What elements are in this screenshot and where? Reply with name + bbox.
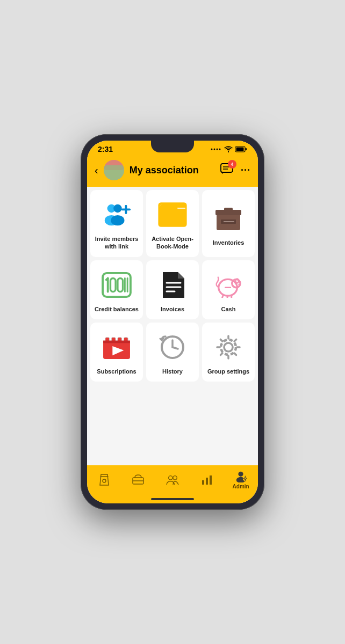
more-button[interactable]: ··· [241, 165, 250, 176]
grid-item-history[interactable]: History [146, 323, 199, 382]
stats-nav-icon [200, 473, 213, 486]
history-label: History [162, 368, 183, 375]
signal-icon [211, 147, 221, 152]
credit-balances-label: Credit balances [95, 305, 139, 313]
svg-point-38 [237, 282, 239, 283]
grid-item-inventories[interactable]: Inventories [202, 190, 255, 257]
inventory-icon [212, 202, 245, 235]
grid-item-credit[interactable]: Credit balances [90, 260, 143, 319]
nav-item-stats[interactable] [195, 473, 219, 486]
grid-item-subscriptions[interactable]: Subscriptions [90, 323, 143, 382]
notification-badge: 4 [228, 160, 236, 169]
svg-point-40 [240, 284, 241, 285]
svg-rect-22 [224, 208, 233, 212]
drink-nav-icon [98, 473, 111, 486]
group-settings-label: Group settings [207, 368, 249, 375]
home-bar [151, 498, 194, 500]
content-area: Invite members with link Activate Open-B… [87, 187, 258, 465]
svg-rect-65 [210, 475, 212, 485]
header: ‹ My association 4 [87, 156, 258, 187]
svg-point-61 [169, 475, 172, 479]
svg-point-15 [113, 204, 121, 213]
status-icons [211, 146, 247, 152]
svg-rect-9 [104, 165, 124, 180]
svg-point-3 [219, 149, 221, 150]
nav-item-admin[interactable]: Admin [229, 470, 253, 489]
subscriptions-label: Subscriptions [97, 368, 136, 375]
history-icon [156, 331, 189, 363]
members-nav-icon [166, 473, 179, 486]
nav-item-drinks[interactable] [92, 473, 116, 486]
credit-icon [100, 269, 133, 301]
svg-point-37 [235, 279, 239, 283]
grid-item-invite-members[interactable]: Invite members with link [90, 190, 143, 257]
admin-nav-icon [234, 470, 247, 482]
inventories-label: Inventories [213, 239, 245, 246]
svg-point-1 [214, 149, 215, 150]
svg-line-54 [172, 347, 178, 349]
admin-nav-label: Admin [233, 484, 249, 489]
svg-rect-64 [206, 478, 208, 485]
svg-point-58 [103, 479, 106, 482]
nav-item-food[interactable] [126, 473, 150, 486]
nav-item-members[interactable] [161, 473, 184, 486]
svg-point-39 [238, 284, 239, 285]
notification-button[interactable]: 4 [220, 163, 233, 177]
svg-point-62 [173, 475, 177, 479]
svg-rect-6 [236, 148, 244, 151]
svg-point-16 [111, 215, 124, 225]
invite-members-label: Invite members with link [95, 235, 139, 251]
grid-item-openbook[interactable]: Activate Open-Book-Mode [146, 190, 199, 257]
openbook-icon [156, 199, 189, 231]
svg-point-66 [239, 472, 243, 477]
back-button[interactable]: ‹ [95, 164, 98, 177]
notch [151, 141, 194, 152]
grid-item-group-settings[interactable]: Group settings [202, 323, 255, 382]
invite-members-icon [100, 199, 133, 231]
svg-rect-29 [118, 278, 123, 291]
cash-icon [212, 269, 245, 301]
cash-label: Cash [221, 305, 236, 313]
svg-point-0 [211, 149, 213, 150]
svg-point-55 [224, 343, 233, 352]
wifi-icon [224, 146, 233, 152]
menu-grid: Invite members with link Activate Open-B… [90, 190, 255, 382]
avatar [104, 160, 124, 180]
grid-item-invoices[interactable]: Invoices [146, 260, 199, 319]
invoices-label: Invoices [161, 305, 184, 313]
svg-rect-63 [202, 480, 204, 485]
svg-rect-51 [103, 340, 130, 343]
svg-rect-28 [110, 278, 116, 291]
svg-rect-5 [246, 148, 247, 150]
subscriptions-icon [100, 331, 133, 363]
svg-line-27 [106, 278, 108, 280]
phone-frame: 2:31 [81, 134, 264, 510]
phone-screen: 2:31 [87, 141, 258, 503]
bottom-nav: Admin [87, 465, 258, 496]
svg-point-2 [217, 149, 218, 150]
grid-item-cash[interactable]: Cash [202, 260, 255, 319]
header-title: My association [130, 165, 215, 176]
invoice-icon [156, 269, 189, 301]
svg-line-42 [222, 295, 223, 298]
battery-icon [235, 146, 247, 152]
status-time: 2:31 [98, 145, 113, 153]
header-actions: 4 ··· [220, 163, 250, 177]
openbook-label: Activate Open-Book-Mode [150, 235, 195, 251]
food-nav-icon [132, 473, 145, 486]
home-indicator [87, 496, 258, 503]
group-settings-icon [212, 331, 245, 363]
